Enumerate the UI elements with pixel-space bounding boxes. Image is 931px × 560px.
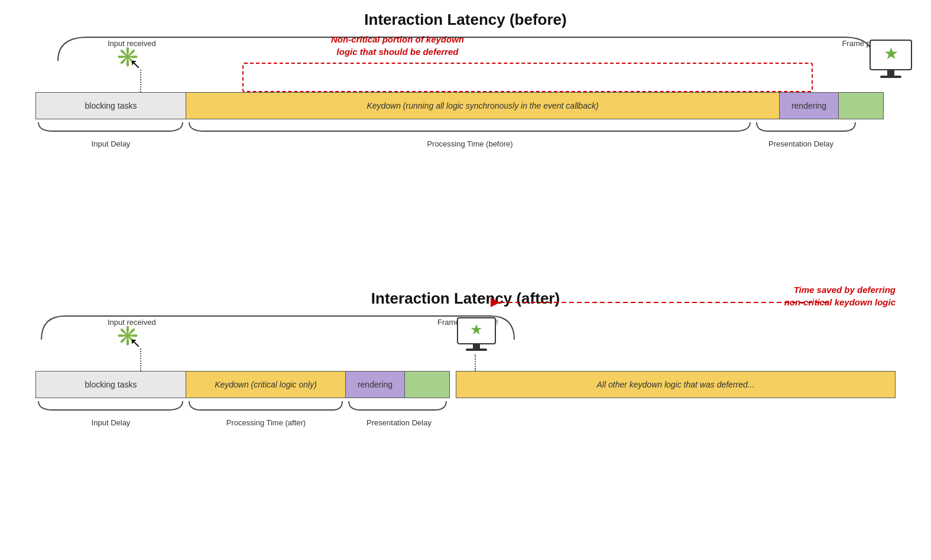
top-monitor-icon: ★ bbox=[867, 39, 914, 84]
top-bars-row: blocking tasks Keydown (running all logi… bbox=[35, 92, 884, 119]
top-rendering-bar: rendering bbox=[780, 92, 839, 119]
svg-rect-2 bbox=[880, 76, 901, 78]
top-green-bar bbox=[839, 92, 884, 119]
svg-rect-7 bbox=[466, 349, 487, 351]
bottom-presentation-brace bbox=[346, 398, 450, 421]
top-cursor-icon: ↖ bbox=[130, 57, 141, 72]
svg-rect-1 bbox=[887, 70, 894, 76]
top-non-critical-label: Non-critical portion of keydown logic th… bbox=[331, 33, 464, 58]
svg-rect-6 bbox=[473, 344, 480, 349]
bottom-section: Interaction Latency (after) Time saved b… bbox=[0, 289, 931, 343]
top-input-delay-brace bbox=[35, 119, 186, 142]
bottom-rendering-bar: rendering bbox=[346, 371, 405, 398]
top-keydown-bar: Keydown (running all logic synchronously… bbox=[186, 92, 780, 119]
bottom-cursor-icon: ↖ bbox=[130, 336, 141, 351]
bottom-processing-label: Processing Time (after) bbox=[186, 418, 346, 427]
top-presentation-brace bbox=[754, 119, 859, 142]
top-presentation-label: Presentation Delay bbox=[742, 139, 860, 148]
bottom-bars-row: blocking tasks Keydown (critical logic o… bbox=[35, 371, 896, 398]
bottom-keydown-bar: Keydown (critical logic only) bbox=[186, 371, 346, 398]
svg-text:★: ★ bbox=[884, 44, 898, 63]
top-section: Interaction Latency (before) Input recei… bbox=[0, 11, 931, 64]
bottom-blocking-bar: blocking tasks bbox=[35, 371, 186, 398]
top-processing-label: Processing Time (before) bbox=[186, 139, 754, 148]
bottom-presentation-label: Presentation Delay bbox=[340, 418, 458, 427]
top-title: Interaction Latency (before) bbox=[0, 11, 931, 29]
top-input-delay-label: Input Delay bbox=[35, 139, 186, 148]
top-dotted-line bbox=[140, 70, 141, 92]
bottom-red-arrow bbox=[485, 297, 839, 308]
bottom-input-delay-label: Input Delay bbox=[35, 418, 186, 427]
top-red-dashed-box bbox=[242, 63, 813, 92]
bottom-deferred-bar: All other keydown logic that was deferre… bbox=[456, 371, 896, 398]
diagram-container: Interaction Latency (before) Input recei… bbox=[0, 0, 931, 560]
bottom-processing-brace bbox=[186, 398, 346, 421]
svg-text:★: ★ bbox=[470, 321, 483, 337]
top-blocking-bar: blocking tasks bbox=[35, 92, 186, 119]
top-processing-brace bbox=[186, 119, 754, 142]
bottom-dotted-line bbox=[140, 349, 141, 371]
top-main-brace bbox=[40, 31, 891, 64]
bottom-input-delay-brace bbox=[35, 398, 186, 421]
bottom-green-bar bbox=[405, 371, 450, 398]
bottom-monitor-icon: ★ bbox=[455, 317, 498, 357]
bottom-dotted-line-2 bbox=[475, 354, 476, 371]
